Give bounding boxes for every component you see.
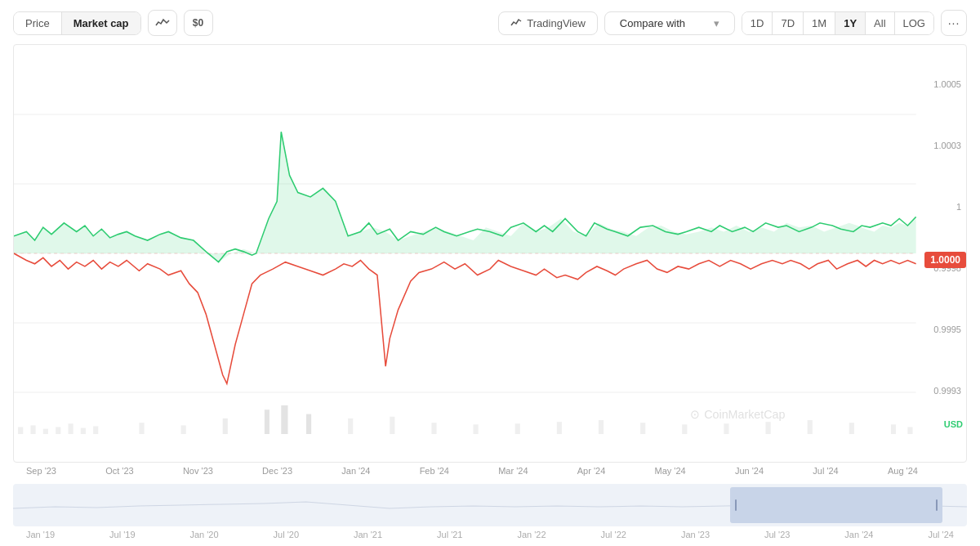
svg-rect-8 bbox=[43, 429, 48, 434]
x-label-3: Dec '23 bbox=[262, 466, 292, 476]
dollar-icon-button[interactable]: $0 bbox=[184, 10, 213, 36]
chart-svg-container: ⊙ CoinMarketCap 1.0005 1.0003 1 0.9998 0… bbox=[14, 45, 966, 462]
compare-with-label: Compare with bbox=[620, 17, 685, 29]
scrollbar-timeline: Jan '19 Jul '19 Jan '20 Jul '20 Jan '21 … bbox=[13, 528, 967, 539]
chart-wrapper: ⊙ CoinMarketCap 1.0005 1.0003 1 0.9998 0… bbox=[13, 44, 967, 539]
market-cap-button[interactable]: Market cap bbox=[62, 12, 140, 34]
svg-rect-31 bbox=[849, 423, 854, 434]
scrollbar-right-grip[interactable] bbox=[936, 499, 938, 511]
y-label-2: 1.0003 bbox=[919, 141, 961, 150]
view-toggle-group: Price Market cap bbox=[13, 11, 141, 35]
svg-rect-19 bbox=[348, 418, 353, 434]
svg-rect-13 bbox=[139, 423, 144, 434]
tl-label-5: Jul '21 bbox=[437, 530, 462, 539]
svg-rect-18 bbox=[306, 414, 311, 434]
more-icon: ··· bbox=[948, 16, 960, 29]
tl-label-10: Jan '24 bbox=[844, 530, 873, 539]
svg-rect-23 bbox=[515, 423, 520, 434]
price-button[interactable]: Price bbox=[14, 12, 62, 34]
svg-rect-33 bbox=[907, 427, 912, 435]
time-1d-button[interactable]: 1D bbox=[742, 12, 773, 34]
svg-rect-27 bbox=[682, 424, 687, 434]
current-value-badge: 1.0000 bbox=[924, 252, 966, 268]
currency-label: USD bbox=[944, 419, 963, 429]
x-label-10: Jul '24 bbox=[813, 466, 838, 476]
y-label-3: 1 bbox=[919, 202, 961, 212]
trading-view-label: TradingView bbox=[527, 17, 586, 29]
x-axis-labels: Sep '23 Oct '23 Nov '23 Dec '23 Jan '24 … bbox=[13, 463, 967, 479]
x-label-1: Oct '23 bbox=[105, 466, 134, 476]
scrollbar-area[interactable] bbox=[13, 484, 967, 526]
current-value-label: 1.0000 bbox=[930, 254, 960, 266]
chevron-down-icon: ▾ bbox=[714, 17, 719, 29]
line-chart-icon-button[interactable] bbox=[148, 10, 177, 36]
x-label-9: Jun '24 bbox=[735, 466, 764, 476]
svg-rect-24 bbox=[557, 422, 562, 434]
svg-rect-21 bbox=[431, 423, 436, 434]
svg-rect-7 bbox=[30, 425, 35, 434]
scrollbar-handle[interactable] bbox=[730, 487, 942, 523]
time-log-button[interactable]: LOG bbox=[895, 12, 933, 34]
time-1y-button[interactable]: 1Y bbox=[835, 12, 866, 34]
tl-label-11: Jul '24 bbox=[928, 530, 953, 539]
svg-rect-15 bbox=[223, 418, 228, 434]
main-chart[interactable]: ⊙ CoinMarketCap 1.0005 1.0003 1 0.9998 0… bbox=[13, 44, 967, 463]
toolbar: Price Market cap $0 TradingView Compare … bbox=[13, 10, 967, 36]
trading-view-button[interactable]: TradingView bbox=[498, 11, 598, 35]
svg-rect-29 bbox=[766, 422, 771, 434]
svg-rect-9 bbox=[56, 427, 60, 435]
tl-label-0: Jan '19 bbox=[26, 530, 55, 539]
svg-rect-11 bbox=[81, 428, 86, 434]
svg-rect-30 bbox=[808, 420, 813, 434]
x-label-2: Nov '23 bbox=[183, 466, 213, 476]
time-period-group: 1D 7D 1M 1Y All LOG bbox=[742, 11, 934, 35]
tl-label-9: Jul '23 bbox=[764, 530, 790, 539]
time-1m-button[interactable]: 1M bbox=[804, 12, 835, 34]
svg-rect-17 bbox=[281, 405, 287, 434]
svg-rect-32 bbox=[891, 424, 896, 434]
y-label-6: 0.9993 bbox=[919, 386, 961, 396]
tl-label-4: Jan '21 bbox=[354, 530, 382, 539]
dollar-label: $0 bbox=[193, 17, 203, 29]
y-label-1: 1.0005 bbox=[919, 79, 961, 89]
tl-label-6: Jan '22 bbox=[517, 530, 546, 539]
tl-label-2: Jan '20 bbox=[189, 530, 218, 539]
tl-label-3: Jul '20 bbox=[274, 530, 299, 539]
chart-svg: ⊙ CoinMarketCap bbox=[14, 45, 966, 462]
y-label-5: 0.9995 bbox=[919, 324, 961, 334]
svg-rect-6 bbox=[18, 427, 23, 435]
watermark-text: ⊙ CoinMarketCap bbox=[690, 408, 785, 421]
x-label-8: May '24 bbox=[655, 466, 686, 476]
svg-rect-28 bbox=[724, 423, 728, 434]
scrollbar-left-grip[interactable] bbox=[735, 499, 737, 511]
more-options-button[interactable]: ··· bbox=[941, 10, 967, 36]
compare-with-button[interactable]: Compare with ▾ bbox=[604, 11, 735, 35]
time-7d-button[interactable]: 7D bbox=[773, 12, 804, 34]
svg-rect-12 bbox=[93, 426, 98, 434]
x-label-11: Aug '24 bbox=[888, 466, 918, 476]
time-all-button[interactable]: All bbox=[866, 12, 894, 34]
x-label-0: Sep '23 bbox=[26, 466, 56, 476]
svg-rect-16 bbox=[265, 410, 270, 434]
tl-label-1: Jul '19 bbox=[109, 530, 135, 539]
x-label-5: Feb '24 bbox=[420, 466, 449, 476]
line-chart-icon bbox=[155, 17, 170, 29]
svg-rect-26 bbox=[640, 423, 645, 434]
svg-rect-14 bbox=[181, 425, 186, 434]
svg-rect-20 bbox=[390, 417, 394, 434]
svg-rect-22 bbox=[474, 424, 479, 434]
x-label-4: Jan '24 bbox=[341, 466, 370, 476]
tl-label-7: Jul '22 bbox=[600, 530, 626, 539]
x-label-7: Apr '24 bbox=[577, 466, 606, 476]
x-label-6: Mar '24 bbox=[498, 466, 528, 476]
trading-view-icon bbox=[510, 17, 522, 29]
tl-label-8: Jan '23 bbox=[681, 530, 710, 539]
svg-rect-25 bbox=[599, 420, 604, 434]
svg-rect-10 bbox=[68, 423, 73, 434]
